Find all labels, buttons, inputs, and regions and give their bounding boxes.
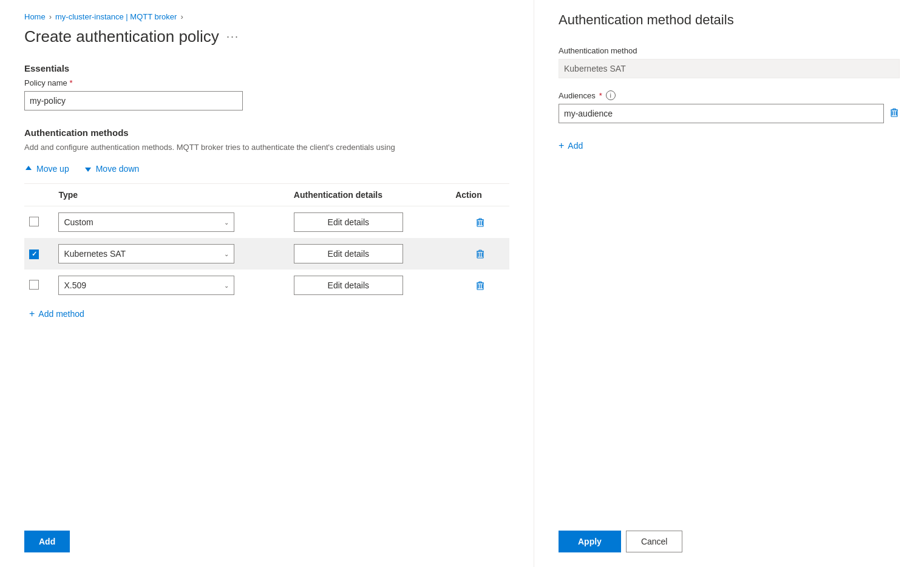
move-controls: Move up Move down bbox=[24, 161, 509, 176]
auth-method-value: Kubernetes SAT bbox=[559, 59, 900, 78]
svg-rect-4 bbox=[478, 253, 479, 257]
apply-button[interactable]: Apply bbox=[559, 531, 621, 552]
delete-row-icon-0[interactable] bbox=[455, 217, 504, 228]
right-panel: Authentication method details Authentica… bbox=[534, 0, 924, 567]
type-dropdown-1[interactable]: Kubernetes SAT⌄ bbox=[58, 244, 234, 263]
col-checkbox bbox=[24, 184, 53, 206]
policy-name-input[interactable] bbox=[24, 91, 243, 110]
row-checkbox-1[interactable] bbox=[29, 250, 39, 259]
right-bottom-actions: Apply Cancel bbox=[559, 531, 682, 552]
arrow-down-icon bbox=[84, 165, 92, 173]
left-panel: Home › my-cluster-instance | MQTT broker… bbox=[0, 0, 534, 567]
type-dropdown-0[interactable]: Custom⌄ bbox=[58, 212, 234, 232]
audience-row bbox=[559, 104, 900, 123]
breadcrumb-sep2: › bbox=[180, 12, 183, 21]
svg-rect-1 bbox=[480, 221, 481, 225]
svg-rect-14 bbox=[896, 111, 897, 115]
svg-rect-13 bbox=[894, 111, 895, 115]
more-options-button[interactable]: ··· bbox=[226, 30, 239, 43]
breadcrumb-sep1: › bbox=[49, 12, 52, 21]
svg-rect-10 bbox=[481, 284, 483, 288]
plus-icon: + bbox=[29, 308, 35, 319]
svg-rect-9 bbox=[480, 284, 481, 288]
add-method-button[interactable]: + Add method bbox=[24, 301, 89, 327]
col-auth-details: Authentication details bbox=[289, 184, 450, 206]
delete-row-icon-2[interactable] bbox=[455, 280, 504, 291]
essentials-section-title: Essentials bbox=[24, 63, 509, 73]
audiences-field-group: Audiences * i bbox=[559, 90, 900, 123]
audience-input[interactable] bbox=[559, 104, 884, 123]
type-dropdown-2[interactable]: X.509⌄ bbox=[58, 276, 234, 295]
audience-delete-icon[interactable] bbox=[889, 107, 900, 121]
auth-methods-table: Type Authentication details Action Custo… bbox=[24, 184, 509, 301]
cancel-button[interactable]: Cancel bbox=[626, 531, 683, 552]
bottom-actions: Add bbox=[24, 531, 70, 552]
chevron-down-icon: ⌄ bbox=[224, 282, 229, 289]
add-plus-icon: + bbox=[559, 140, 564, 151]
svg-rect-5 bbox=[480, 253, 481, 257]
svg-rect-0 bbox=[478, 221, 479, 225]
edit-details-button-2[interactable]: Edit details bbox=[294, 276, 403, 295]
delete-row-icon-1[interactable] bbox=[455, 248, 504, 259]
edit-details-button-0[interactable]: Edit details bbox=[294, 212, 403, 232]
add-audience-button[interactable]: + Add bbox=[559, 135, 583, 156]
auth-method-label: Authentication method bbox=[559, 46, 900, 55]
breadcrumb: Home › my-cluster-instance | MQTT broker… bbox=[24, 12, 509, 21]
table-row: Kubernetes SAT⌄Edit details bbox=[24, 238, 509, 270]
page-title-row: Create authentication policy ··· bbox=[24, 27, 509, 46]
chevron-down-icon: ⌄ bbox=[224, 251, 229, 257]
chevron-down-icon: ⌄ bbox=[224, 219, 229, 226]
auth-methods-description: Add and configure authentication methods… bbox=[24, 143, 509, 152]
svg-rect-8 bbox=[478, 284, 479, 288]
svg-rect-6 bbox=[481, 253, 483, 257]
row-checkbox-0[interactable] bbox=[29, 217, 39, 226]
policy-name-label: Policy name * bbox=[24, 78, 509, 87]
arrow-up-icon bbox=[24, 165, 33, 173]
table-row: Custom⌄Edit details bbox=[24, 206, 509, 239]
audiences-label: Audiences * i bbox=[559, 90, 900, 100]
breadcrumb-home[interactable]: Home bbox=[24, 12, 46, 21]
table-row: X.509⌄Edit details bbox=[24, 270, 509, 301]
auth-method-field-group: Authentication method Kubernetes SAT bbox=[559, 46, 900, 78]
right-panel-title: Authentication method details bbox=[559, 12, 900, 28]
col-action: Action bbox=[450, 184, 509, 206]
svg-rect-12 bbox=[892, 111, 893, 115]
audiences-info-icon[interactable]: i bbox=[606, 90, 616, 100]
page-title: Create authentication policy bbox=[24, 27, 219, 46]
svg-rect-2 bbox=[481, 221, 483, 225]
move-up-button[interactable]: Move up bbox=[24, 161, 69, 176]
edit-details-button-1[interactable]: Edit details bbox=[294, 244, 403, 263]
auth-methods-section-title: Authentication methods bbox=[24, 127, 509, 138]
row-checkbox-2[interactable] bbox=[29, 280, 39, 290]
col-type: Type bbox=[53, 184, 288, 206]
add-button[interactable]: Add bbox=[24, 531, 70, 552]
policy-name-field-group: Policy name * bbox=[24, 78, 509, 110]
move-down-button[interactable]: Move down bbox=[84, 161, 140, 176]
breadcrumb-cluster[interactable]: my-cluster-instance | MQTT broker bbox=[55, 12, 177, 21]
